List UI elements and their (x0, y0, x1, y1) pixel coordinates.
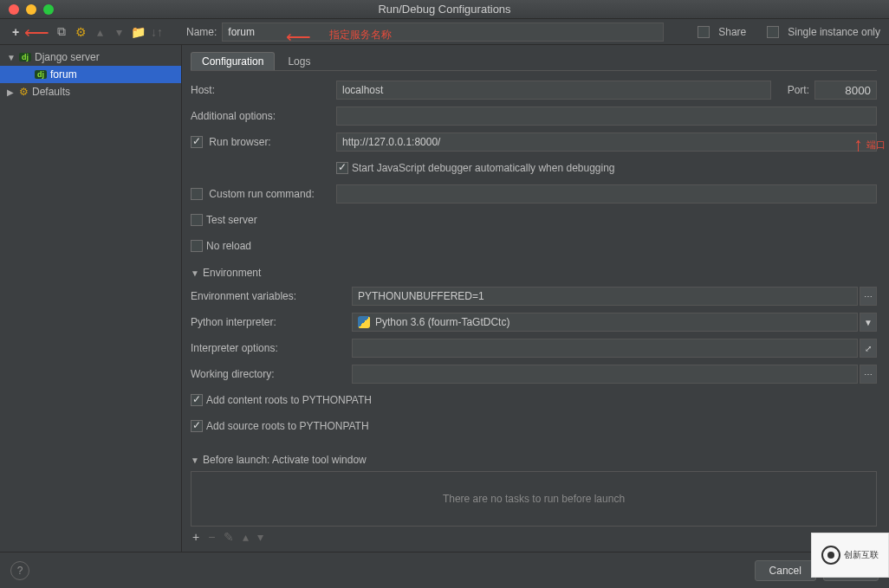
titlebar: Run/Debug Configurations (0, 0, 889, 19)
start-js-debugger-label: Start JavaScript debugger automatically … (352, 162, 615, 174)
single-instance-label: Single instance only (788, 26, 880, 38)
add-source-roots-checkbox[interactable] (191, 420, 203, 432)
up-icon[interactable]: ▴ (93, 25, 107, 39)
before-launch-tasks: There are no tasks to run before launch (191, 471, 877, 527)
watermark-logo-icon (821, 546, 840, 565)
no-reload-checkbox[interactable] (191, 240, 203, 252)
move-up-button: ▴ (243, 530, 249, 544)
task-tools: + − ✎ ▴ ▾ (191, 527, 877, 547)
chevron-down-icon: ▼ (191, 268, 199, 278)
working-dir-label: Working directory: (191, 368, 352, 380)
window-title: Run/Debug Configurations (378, 3, 510, 16)
interpreter-dropdown-button[interactable]: ▼ (860, 313, 877, 332)
chevron-down-icon: ▼ (7, 53, 16, 62)
toolbar: + ⟵ ⧉ ⚙ ▴ ▾ 📁 ↓↑ Name: 指定服务名称 ⟵ Share Si… (0, 19, 889, 45)
settings-icon[interactable]: ⚙ (74, 25, 88, 39)
env-vars-label: Environment variables: (191, 290, 352, 302)
annotation-arrow-add: ⟵ (24, 22, 49, 42)
sort-icon[interactable]: ↓↑ (150, 25, 164, 39)
name-label: Name: (186, 26, 217, 38)
django-icon: dj (19, 53, 31, 61)
share-checkbox[interactable] (698, 26, 710, 38)
traffic-lights (0, 4, 54, 15)
config-tree: ▼ dj Django server dj forum ▶ ⚙ Defaults (0, 45, 182, 552)
no-reload-label: No reload (206, 240, 251, 252)
annotation-port: 端口 (866, 139, 886, 152)
env-vars-input[interactable] (352, 287, 858, 306)
host-input[interactable] (336, 81, 771, 100)
minimize-window-button[interactable] (26, 4, 36, 15)
chevron-right-icon: ▶ (7, 87, 16, 97)
config-panel: Configuration Logs Host: Port: Additiona… (182, 45, 889, 552)
custom-run-command-checkbox[interactable] (191, 188, 203, 200)
copy-config-button[interactable]: ⧉ (55, 25, 68, 39)
help-button[interactable]: ? (10, 561, 29, 580)
edit-task-button: ✎ (224, 530, 234, 544)
working-dir-input[interactable] (352, 365, 858, 384)
add-config-button[interactable]: + (9, 25, 23, 39)
interpreter-label: Python interpreter: (191, 316, 352, 328)
port-label: Port: (771, 84, 814, 96)
custom-run-command-label: Custom run command: (191, 188, 336, 201)
watermark: 创新互联 (811, 533, 889, 578)
host-label: Host: (191, 84, 336, 96)
interpreter-select[interactable]: Python 3.6 (fourm-TaGtDCtc) (352, 313, 858, 332)
run-browser-input[interactable] (336, 132, 877, 152)
run-browser-checkbox[interactable] (191, 136, 203, 148)
tree-label: Defaults (32, 86, 70, 98)
start-js-debugger-checkbox[interactable] (336, 162, 348, 174)
django-icon: dj (35, 70, 47, 79)
tree-defaults[interactable]: ▶ ⚙ Defaults (0, 83, 181, 100)
expand-button[interactable]: ⤢ (860, 339, 877, 358)
folder-icon[interactable]: 📁 (131, 25, 145, 39)
interpreter-options-label: Interpreter options: (191, 342, 352, 354)
annotation-arrow-name: ⟵ (286, 26, 311, 47)
before-launch-section[interactable]: ▼ Before launch: Activate tool window (191, 454, 877, 466)
tab-configuration[interactable]: Configuration (191, 52, 275, 70)
add-content-roots-label: Add content roots to PYTHONPATH (206, 394, 372, 406)
tree-forum[interactable]: dj forum (0, 66, 181, 83)
close-window-button[interactable] (9, 4, 19, 15)
tree-django-server[interactable]: ▼ dj Django server (0, 48, 181, 66)
add-content-roots-checkbox[interactable] (191, 394, 203, 406)
tree-label: forum (50, 68, 77, 81)
footer: ? Cancel Apply (0, 552, 889, 588)
working-dir-browse-button[interactable]: ⋯ (860, 365, 877, 384)
port-input[interactable] (814, 81, 877, 100)
env-vars-browse-button[interactable]: ⋯ (860, 287, 877, 306)
tab-logs[interactable]: Logs (276, 52, 321, 70)
python-icon (358, 316, 370, 328)
annotation-arrow-port: ↑ (853, 133, 863, 156)
tabs: Configuration Logs (191, 52, 877, 71)
cancel-button[interactable]: Cancel (755, 560, 816, 581)
test-server-checkbox[interactable] (191, 214, 203, 226)
single-instance-checkbox[interactable] (767, 26, 779, 38)
remove-task-button: − (208, 530, 215, 544)
annotation-name: 指定服务名称 (329, 28, 392, 42)
share-label: Share (718, 26, 746, 38)
test-server-label: Test server (206, 214, 257, 226)
custom-run-command-input[interactable] (336, 184, 877, 204)
down-icon[interactable]: ▾ (112, 25, 126, 39)
environment-section[interactable]: ▼ Environment (191, 267, 877, 279)
gear-icon: ⚙ (19, 86, 29, 98)
tree-label: Django server (35, 51, 100, 63)
move-down-button: ▾ (257, 530, 263, 544)
maximize-window-button[interactable] (43, 4, 54, 15)
chevron-down-icon: ▼ (191, 456, 199, 465)
additional-options-input[interactable] (336, 107, 877, 126)
interpreter-options-input[interactable] (352, 339, 858, 358)
add-source-roots-label: Add source roots to PYTHONPATH (206, 420, 369, 432)
run-browser-label: Run browser: (191, 136, 336, 149)
add-task-button[interactable]: + (192, 530, 199, 544)
additional-options-label: Additional options: (191, 110, 336, 122)
